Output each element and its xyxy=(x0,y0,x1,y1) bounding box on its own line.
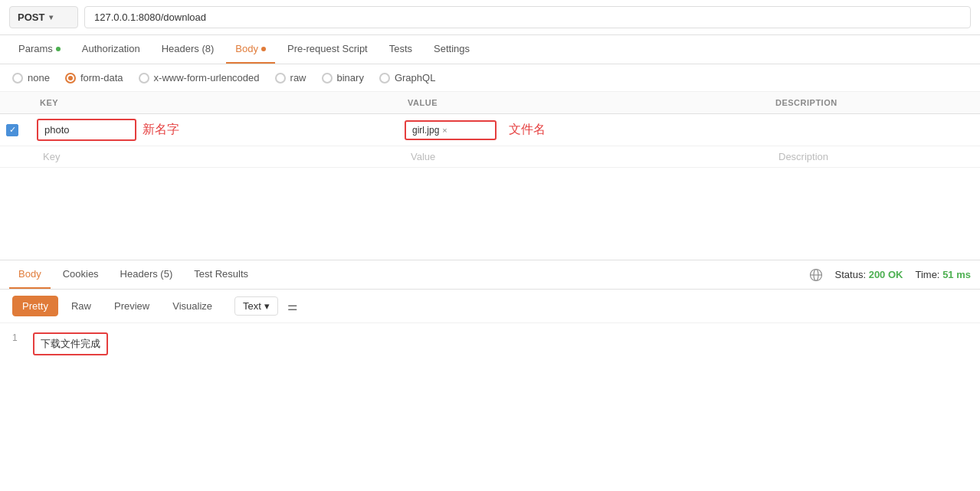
option-binary[interactable]: binary xyxy=(322,72,364,83)
radio-raw xyxy=(275,73,286,83)
option-none[interactable]: none xyxy=(12,72,50,83)
tab-settings-label: Settings xyxy=(434,43,470,54)
spacer xyxy=(0,168,980,260)
tab-headers[interactable]: Headers (8) xyxy=(152,35,224,64)
response-body: 1 下载文件完成 xyxy=(0,323,980,365)
method-label: POST xyxy=(18,11,44,23)
col-header-check xyxy=(0,92,31,114)
radio-urlencoded xyxy=(139,73,149,83)
row-checkbox-cell xyxy=(0,114,31,146)
text-format-select[interactable]: Text ▾ xyxy=(234,296,278,316)
tab-authorization-label: Authorization xyxy=(82,43,140,54)
response-tab-bar: Body Cookies Headers (5) Test Results St… xyxy=(0,260,980,290)
url-bar: POST ▾ xyxy=(0,0,980,35)
empty-key-cell: Key xyxy=(31,146,398,168)
row-key-cell: 新名字 xyxy=(31,114,398,146)
response-tab-cookies[interactable]: Cookies xyxy=(54,260,108,289)
status-value: 200 OK xyxy=(869,269,903,280)
response-content: 1 下载文件完成 xyxy=(12,332,968,355)
format-preview-button[interactable]: Preview xyxy=(104,296,159,316)
row-checkbox[interactable] xyxy=(6,124,18,136)
value-placeholder: Value xyxy=(405,147,441,166)
request-tab-bar: Params Authorization Headers (8) Body Pr… xyxy=(0,35,980,64)
desc-placeholder: Description xyxy=(772,147,834,166)
tab-prerequest[interactable]: Pre-request Script xyxy=(278,35,377,64)
response-tab-test-results[interactable]: Test Results xyxy=(185,260,257,289)
url-input[interactable] xyxy=(84,6,971,28)
table-empty-row: Key Value Description xyxy=(0,146,980,168)
tab-authorization[interactable]: Authorization xyxy=(73,35,149,64)
option-none-label: none xyxy=(28,72,50,83)
radio-graphql xyxy=(379,73,390,83)
file-remove-icon[interactable]: × xyxy=(442,126,447,135)
format-pretty-button[interactable]: Pretty xyxy=(12,296,58,316)
option-raw-label: raw xyxy=(290,72,306,83)
filter-icon[interactable]: ⚌ xyxy=(287,300,297,313)
params-dot xyxy=(56,47,61,51)
format-bar: Pretty Raw Preview Visualize Text ▾ ⚌ xyxy=(0,290,980,323)
option-urlencoded-label: x-www-form-urlencoded xyxy=(154,72,260,83)
table-row: 新名字 girl.jpg × 文件名 xyxy=(0,114,980,146)
globe-icon xyxy=(809,268,823,282)
time-label: Time: 51 ms xyxy=(915,269,971,280)
method-chevron-icon: ▾ xyxy=(49,13,53,21)
col-header-description: DESCRIPTION xyxy=(766,92,980,114)
format-visualize-button[interactable]: Visualize xyxy=(162,296,222,316)
empty-value-cell: Value xyxy=(398,146,766,168)
radio-form-data xyxy=(65,73,76,83)
row-desc-cell xyxy=(766,114,980,146)
body-options-bar: none form-data x-www-form-urlencoded raw… xyxy=(0,64,980,92)
tab-settings[interactable]: Settings xyxy=(424,35,479,64)
time-value: 51 ms xyxy=(942,269,971,280)
option-urlencoded[interactable]: x-www-form-urlencoded xyxy=(139,72,260,83)
tab-tests-label: Tests xyxy=(389,43,412,54)
option-graphql[interactable]: GraphQL xyxy=(379,72,435,83)
response-section: Body Cookies Headers (5) Test Results St… xyxy=(0,260,980,365)
response-tab-headers-label: Headers (5) xyxy=(120,268,173,280)
empty-check-cell xyxy=(0,146,31,168)
file-name: girl.jpg xyxy=(412,125,439,136)
response-text: 下载文件完成 xyxy=(33,332,108,355)
time-prefix: Time: xyxy=(915,269,939,280)
tab-headers-label: Headers (8) xyxy=(162,43,215,54)
col-header-key: KEY xyxy=(31,92,398,114)
body-dot xyxy=(261,47,266,51)
response-tab-test-results-label: Test Results xyxy=(194,268,248,280)
tab-body[interactable]: Body xyxy=(226,35,275,64)
text-format-label: Text xyxy=(243,300,261,312)
radio-none xyxy=(12,73,23,83)
response-tab-body-label: Body xyxy=(18,268,41,280)
row-key-input[interactable] xyxy=(37,119,136,141)
response-status-bar: Status: 200 OK Time: 51 ms xyxy=(809,268,971,282)
method-select[interactable]: POST ▾ xyxy=(9,6,78,28)
tab-params[interactable]: Params xyxy=(9,35,70,64)
text-format-chevron-icon: ▾ xyxy=(264,300,270,312)
status-label: Status: 200 OK xyxy=(835,269,903,280)
option-binary-label: binary xyxy=(337,72,364,83)
option-graphql-label: GraphQL xyxy=(395,72,435,83)
tab-prerequest-label: Pre-request Script xyxy=(287,43,368,54)
option-raw[interactable]: raw xyxy=(275,72,306,83)
line-number: 1 xyxy=(12,332,18,343)
response-tab-cookies-label: Cookies xyxy=(63,268,99,280)
response-tab-body[interactable]: Body xyxy=(9,260,51,289)
tab-params-label: Params xyxy=(18,43,53,54)
key-annotation: 新名字 xyxy=(143,122,179,138)
key-placeholder: Key xyxy=(37,147,66,166)
file-tag: girl.jpg × xyxy=(412,125,447,136)
empty-desc-cell: Description xyxy=(766,146,980,168)
status-prefix: Status: xyxy=(835,269,866,280)
tab-body-label: Body xyxy=(235,43,258,54)
response-tab-headers[interactable]: Headers (5) xyxy=(111,260,182,289)
tab-tests[interactable]: Tests xyxy=(380,35,421,64)
file-value-wrapper: girl.jpg × xyxy=(405,120,497,140)
format-raw-button[interactable]: Raw xyxy=(61,296,101,316)
option-form-data-label: form-data xyxy=(80,72,123,83)
radio-binary xyxy=(322,73,333,83)
value-annotation: 文件名 xyxy=(509,122,546,138)
row-value-cell: girl.jpg × 文件名 xyxy=(398,114,766,146)
col-header-value: VALUE xyxy=(398,92,766,114)
form-data-table: KEY VALUE DESCRIPTION 新名字 xyxy=(0,92,980,168)
option-form-data[interactable]: form-data xyxy=(65,72,123,83)
